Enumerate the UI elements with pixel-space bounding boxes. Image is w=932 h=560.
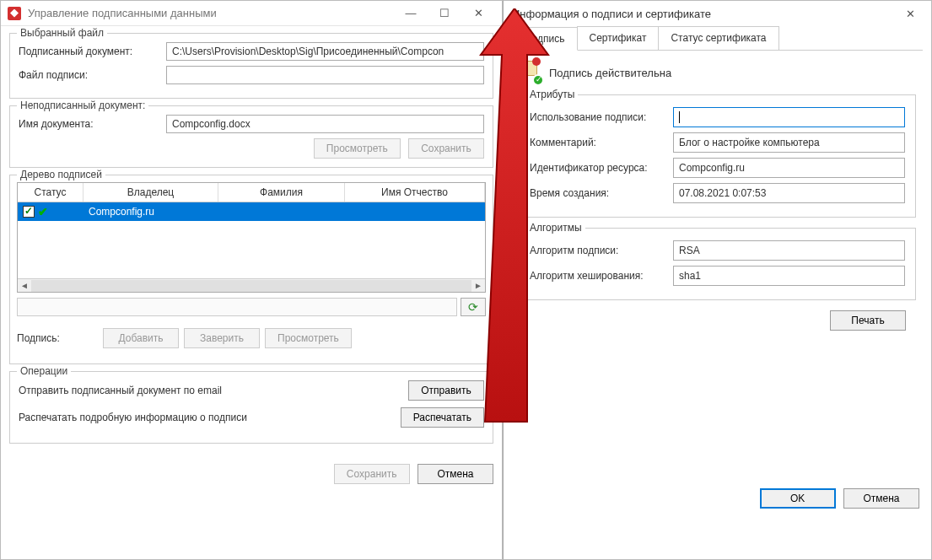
tree-label: Дерево подписей <box>17 169 105 180</box>
close-button[interactable]: ✕ <box>461 2 495 25</box>
view2-button[interactable]: Просмотреть <box>265 328 352 348</box>
col-status[interactable]: Статус <box>18 183 84 202</box>
doc-name-label: Имя документа: <box>19 118 166 130</box>
unsigned-label: Неподписанный документ: <box>17 100 148 111</box>
attributes-group: Атрибуты Использование подписи: Коммента… <box>519 94 916 218</box>
refresh-icon: ⟳ <box>468 300 478 314</box>
valid-icon: ✔ <box>38 205 48 218</box>
usage-label: Использование подписи: <box>530 111 673 123</box>
window-title: Управление подписанными данными <box>28 7 394 19</box>
table-row[interactable]: ✔ Compconfig.ru <box>18 202 485 221</box>
sig-file-label: Файл подписи: <box>19 69 166 81</box>
send-button[interactable]: Отправить <box>408 380 484 401</box>
signed-doc-label: Подписанный документ: <box>19 46 166 57</box>
comment-field[interactable]: Блог о настройке компьютера <box>673 132 905 153</box>
refresh-button[interactable]: ⟳ <box>461 298 486 316</box>
print-button[interactable]: Распечатать <box>401 407 484 428</box>
view-button[interactable]: Просмотреть <box>314 138 401 159</box>
ops-label: Операции <box>17 365 71 377</box>
scroll-right-icon[interactable]: ► <box>471 279 485 293</box>
comment-label: Комментарий: <box>530 137 673 148</box>
scroll-left-icon[interactable]: ◄ <box>18 279 31 293</box>
checkbox-icon[interactable] <box>23 206 35 218</box>
tab-cert-status[interactable]: Статус сертификата <box>658 26 778 50</box>
sigalg-field[interactable]: RSA <box>673 240 905 261</box>
attrs-label: Атрибуты <box>526 89 578 100</box>
certify-button[interactable]: Заверить <box>184 328 260 348</box>
grid-header: Статус Владелец Фамилия Имя Отчество <box>18 183 485 202</box>
manage-signed-data-window: Управление подписанными данными — ☐ ✕ Вы… <box>0 0 503 560</box>
add-button[interactable]: Добавить <box>103 328 179 348</box>
tab-bar: Подпись Сертификат Статус сертификата <box>512 26 923 51</box>
tab-certificate[interactable]: Сертификат <box>577 26 660 50</box>
horizontal-scrollbar[interactable]: ◄ ► <box>18 278 485 292</box>
usage-field[interactable] <box>673 107 905 127</box>
algorithms-group: Алгоритмы Алгоритм подписи: RSA Алгоритм… <box>519 228 916 300</box>
tab-signature[interactable]: Подпись <box>512 27 578 51</box>
op-print-label: Распечатать подробную информацию о подпи… <box>19 412 247 423</box>
algs-label: Алгоритмы <box>526 222 585 234</box>
maximize-button[interactable]: ☐ <box>428 2 461 25</box>
ok-button[interactable]: OK <box>760 488 836 509</box>
doc-name-field[interactable]: Compconfig.docx <box>166 115 484 133</box>
titlebar: Управление подписанными данными — ☐ ✕ <box>1 1 502 26</box>
operations-fieldset: Операции Отправить подписанный документ … <box>9 371 493 444</box>
signature-grid[interactable]: Статус Владелец Фамилия Имя Отчество ✔ C… <box>17 182 486 293</box>
time-label: Время создания: <box>530 187 673 199</box>
signature-status-text: Подпись действительна <box>549 67 671 79</box>
cancel-button[interactable]: Отмена <box>418 464 493 484</box>
minimize-button[interactable]: — <box>394 2 428 25</box>
signature-valid-icon <box>519 61 542 84</box>
cancel-button[interactable]: Отмена <box>843 488 919 509</box>
titlebar: Информация о подписи и сертификате ✕ <box>504 1 931 26</box>
sigalg-label: Алгоритм подписи: <box>530 245 673 256</box>
hashalg-label: Алгоритм хеширования: <box>530 270 673 282</box>
col-owner[interactable]: Владелец <box>84 183 218 202</box>
save2-button[interactable]: Сохранить <box>334 464 410 484</box>
unsigned-fieldset: Неподписанный документ: Имя документа: C… <box>9 105 493 168</box>
signature-info-window: Информация о подписи и сертификате ✕ Под… <box>503 0 932 560</box>
print-button[interactable]: Печать <box>830 310 906 331</box>
time-field[interactable]: 07.08.2021 0:07:53 <box>673 183 905 203</box>
signature-status: Подпись действительна <box>519 61 916 84</box>
op-email-label: Отправить подписанный документ по email <box>19 385 222 396</box>
sig-file-field[interactable] <box>166 66 484 84</box>
col-lastname[interactable]: Фамилия <box>218 183 345 202</box>
window-title: Информация о подписи и сертификате <box>512 8 897 20</box>
signed-doc-field[interactable]: C:\Users\Provision\Desktop\Sig\Присоедин… <box>166 42 484 61</box>
sig-inline-label: Подпись: <box>17 332 98 344</box>
row-owner: Compconfig.ru <box>84 206 485 218</box>
app-icon <box>8 7 21 20</box>
tree-filter-input[interactable] <box>17 298 457 316</box>
selected-file-fieldset: Выбранный файл Подписанный документ: C:\… <box>9 33 493 99</box>
selected-file-label: Выбранный файл <box>17 27 107 39</box>
col-name[interactable]: Имя Отчество <box>345 183 485 202</box>
resid-field[interactable]: Compconfig.ru <box>673 158 905 178</box>
resid-label: Идентификатор ресурса: <box>530 162 673 174</box>
hashalg-field[interactable]: sha1 <box>673 266 905 286</box>
save-button[interactable]: Сохранить <box>408 138 484 159</box>
signature-tree-fieldset: Дерево подписей Статус Владелец Фамилия … <box>9 175 493 364</box>
close-button[interactable]: ✕ <box>897 2 923 25</box>
